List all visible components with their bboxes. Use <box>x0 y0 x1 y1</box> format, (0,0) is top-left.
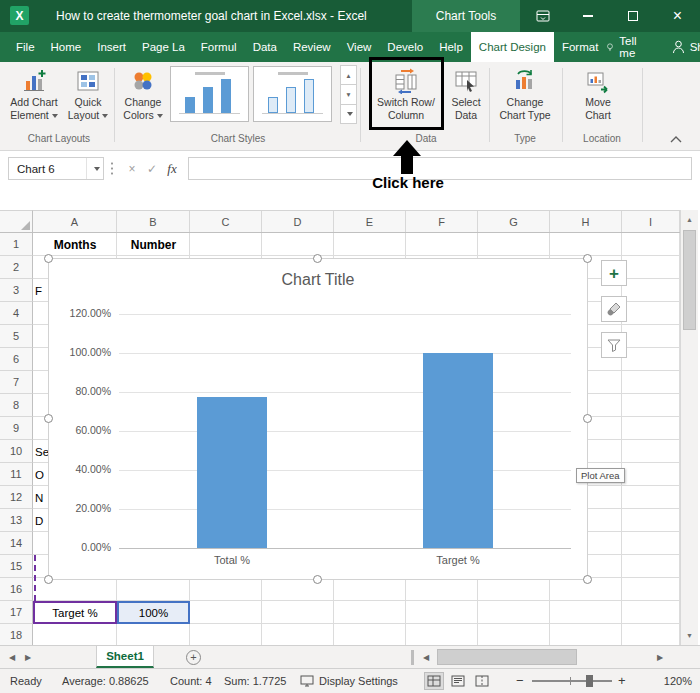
scroll-up-icon[interactable]: ▲ <box>681 211 698 228</box>
tab-file[interactable]: File <box>8 32 43 62</box>
tab-formul[interactable]: Formul <box>193 32 245 62</box>
collapse-ribbon-button[interactable] <box>666 132 686 146</box>
name-box-dropdown-icon[interactable] <box>86 158 103 179</box>
normal-view-button[interactable] <box>424 672 444 690</box>
chart-resize-handle-n[interactable] <box>313 254 322 263</box>
column-header-I[interactable]: I <box>622 211 680 232</box>
add-sheet-button[interactable]: + <box>186 650 201 665</box>
page-layout-view-button[interactable] <box>448 672 468 690</box>
column-header-E[interactable]: E <box>334 211 406 232</box>
row-header-16[interactable]: 16 <box>0 578 33 601</box>
minimize-button[interactable] <box>565 0 610 32</box>
chart-resize-handle-se[interactable] <box>583 575 592 584</box>
sheet-nav-right-icon[interactable]: ▶ <box>20 646 36 668</box>
display-settings-button[interactable]: Display Settings <box>300 669 398 693</box>
move-chart-button[interactable]: Move Chart <box>570 65 626 129</box>
row-header-13[interactable]: 13 <box>0 509 33 532</box>
row-header-17[interactable]: 17 <box>0 601 33 624</box>
page-break-view-button[interactable] <box>472 672 492 690</box>
chart-filters-button[interactable] <box>601 332 627 358</box>
cell-A1[interactable]: Months <box>33 233 117 256</box>
tab-data[interactable]: Data <box>245 32 285 62</box>
tab-home[interactable]: Home <box>43 32 90 62</box>
row-header-5[interactable]: 5 <box>0 325 33 348</box>
add-chart-element-button[interactable]: Add Chart Element <box>6 65 62 129</box>
tab-insert[interactable]: Insert <box>89 32 134 62</box>
hscroll-left-icon[interactable]: ◀ <box>418 646 434 668</box>
tell-me-button[interactable]: Tell me <box>606 35 641 59</box>
row-header-6[interactable]: 6 <box>0 348 33 371</box>
chart-resize-handle-nw[interactable] <box>44 254 53 263</box>
scrollbar-splitter[interactable] <box>411 650 414 665</box>
quick-layout-button[interactable]: Quick Layout <box>64 65 112 129</box>
cancel-button[interactable]: × <box>122 157 142 180</box>
column-header-F[interactable]: F <box>406 211 478 232</box>
bar-target[interactable] <box>423 353 493 548</box>
chart-resize-handle-w[interactable] <box>44 414 53 423</box>
name-box[interactable]: Chart 6 <box>8 157 104 180</box>
bar-total[interactable] <box>197 397 267 548</box>
gallery-down-button[interactable]: ▼ <box>340 84 357 104</box>
zoom-in-button[interactable]: + <box>618 669 626 693</box>
vertical-scrollbar[interactable]: ▲ ▼ <box>680 210 698 645</box>
cell-A17[interactable]: Target % <box>33 601 117 624</box>
tab-page-la[interactable]: Page La <box>134 32 193 62</box>
change-chart-type-button[interactable]: Change Chart Type <box>494 65 556 129</box>
row-header-15[interactable]: 15 <box>0 555 33 578</box>
row-header-8[interactable]: 8 <box>0 394 33 417</box>
chart-style-preview-2[interactable] <box>253 66 332 122</box>
cell-B1[interactable]: Number <box>117 233 190 256</box>
select-data-button[interactable]: Select Data <box>444 65 488 129</box>
row-header-4[interactable]: 4 <box>0 302 33 325</box>
row-header-12[interactable]: 12 <box>0 486 33 509</box>
ribbon-display-options-button[interactable] <box>520 0 565 32</box>
chart-resize-handle-sw[interactable] <box>44 575 53 584</box>
row-header-1[interactable]: 1 <box>0 233 33 256</box>
gallery-more-button[interactable] <box>340 104 357 124</box>
zoom-out-button[interactable]: − <box>516 669 524 693</box>
tab-chart-design[interactable]: Chart Design <box>471 32 554 62</box>
horizontal-scrollbar-thumb[interactable] <box>437 649 577 665</box>
column-header-G[interactable]: G <box>478 211 550 232</box>
row-header-2[interactable]: 2 <box>0 256 33 279</box>
row-header-18[interactable]: 18 <box>0 624 33 645</box>
row-header-14[interactable]: 14 <box>0 532 33 555</box>
chart-resize-handle-s[interactable] <box>313 575 322 584</box>
zoom-level[interactable]: 120% <box>648 669 692 693</box>
embedded-chart[interactable]: Chart Title 120.00%100.00%80.00%60.00%40… <box>48 258 588 580</box>
column-header-D[interactable]: D <box>262 211 334 232</box>
formula-bar-handle[interactable] <box>110 161 114 177</box>
chart-resize-handle-ne[interactable] <box>583 254 592 263</box>
vertical-scrollbar-thumb[interactable] <box>683 230 696 330</box>
tab-format[interactable]: Format <box>554 32 606 62</box>
insert-function-button[interactable]: fx <box>162 157 182 180</box>
zoom-slider-thumb[interactable] <box>586 675 593 687</box>
close-button[interactable]: × <box>655 0 700 32</box>
cell-B17[interactable]: 100% <box>117 601 190 624</box>
tab-review[interactable]: Review <box>285 32 339 62</box>
chart-styles-button[interactable] <box>601 296 627 322</box>
row-header-11[interactable]: 11 <box>0 463 33 486</box>
chart-resize-handle-e[interactable] <box>583 414 592 423</box>
column-header-C[interactable]: C <box>190 211 262 232</box>
enter-button[interactable]: ✓ <box>142 157 162 180</box>
scroll-down-icon[interactable]: ▼ <box>681 627 698 644</box>
chart-elements-button[interactable]: + <box>601 260 627 286</box>
zoom-slider-track[interactable] <box>532 680 612 682</box>
row-header-3[interactable]: 3 <box>0 279 33 302</box>
select-all-button[interactable] <box>0 210 33 233</box>
row-header-7[interactable]: 7 <box>0 371 33 394</box>
hscroll-right-icon[interactable]: ▶ <box>652 646 668 668</box>
row-header-9[interactable]: 9 <box>0 417 33 440</box>
chart-style-preview-1[interactable] <box>170 66 249 122</box>
sheet-nav-left-icon[interactable]: ◀ <box>4 646 20 668</box>
column-header-A[interactable]: A <box>33 211 117 232</box>
gallery-up-button[interactable]: ▲ <box>340 65 357 85</box>
change-colors-button[interactable]: Change Colors <box>118 65 168 129</box>
sheet-tab-sheet1[interactable]: Sheet1 <box>96 646 154 668</box>
row-header-10[interactable]: 10 <box>0 440 33 463</box>
column-header-B[interactable]: B <box>117 211 190 232</box>
chart-title[interactable]: Chart Title <box>49 271 587 289</box>
chart-tools-context-label[interactable]: Chart Tools <box>412 0 520 32</box>
maximize-button[interactable] <box>610 0 655 32</box>
